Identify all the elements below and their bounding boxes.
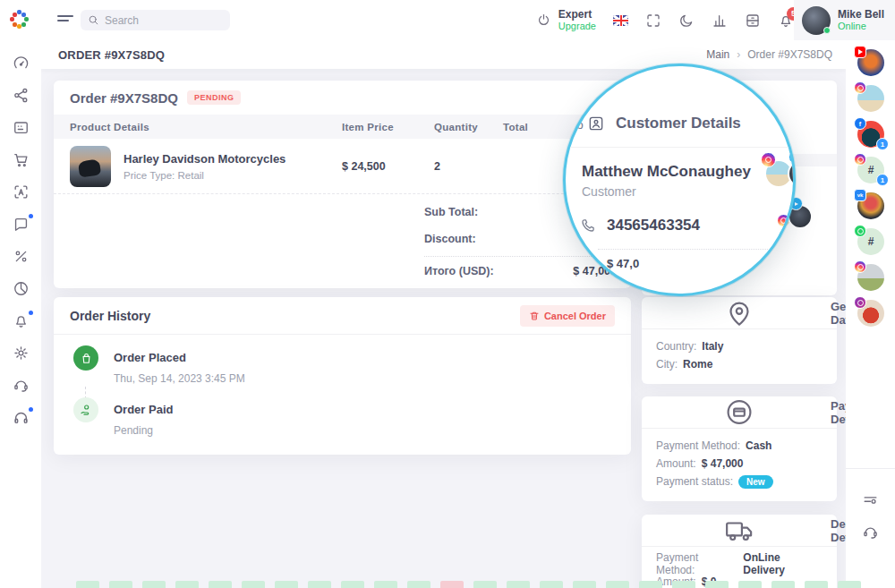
customer-phone: 34565463354 [607, 217, 700, 234]
online-dot [823, 27, 831, 34]
order-card: Order #9X7S8DQ PENDING Product Details I… [54, 81, 631, 288]
order-paid-icon [73, 397, 98, 422]
city-value: Rome [683, 358, 712, 371]
sidebar-item-orders[interactable] [13, 151, 30, 168]
divider [566, 147, 793, 148]
delivery-method-label: Payment Method: [656, 551, 737, 576]
dark-mode-moon-icon[interactable] [678, 13, 695, 29]
history-event: Order Paid Pending [73, 397, 173, 437]
language-flag-icon[interactable] [613, 15, 628, 26]
payment-status-label: Payment status: [656, 475, 733, 488]
order-history-title: Order History [70, 309, 150, 323]
order-history-card: Order History Cancel Order Order Placed … [54, 297, 631, 455]
col-product: Product Details [54, 122, 342, 132]
youtube-badge-icon [854, 46, 866, 58]
event-meta: Pending [114, 424, 173, 437]
amount-label: Amount: [656, 457, 696, 470]
subtotal-label: Sub Total: [424, 206, 478, 218]
breadcrumb: Main › Order #9X7S8DQ [706, 48, 832, 61]
sidebar-item-support[interactable] [13, 377, 30, 394]
instagram-badge-icon [854, 296, 866, 309]
chat-icon [13, 216, 30, 233]
global-search[interactable] [81, 10, 230, 30]
delivery-details-card: Delivery Details Payment Method:OnLine D… [642, 515, 837, 588]
archive-icon[interactable] [745, 13, 761, 29]
gear-icon [13, 345, 30, 362]
payment-details-card: Payment Details Payment Method:Cash Amou… [642, 396, 837, 501]
sidebar-item-notifications[interactable] [13, 312, 30, 329]
sidebar-item-discounts[interactable] [13, 248, 30, 265]
contact-avatar[interactable]: # 1 [857, 157, 884, 183]
plan-name: Expert [558, 9, 596, 21]
headset-mic-icon [13, 377, 30, 394]
fullscreen-icon[interactable] [645, 13, 661, 29]
contact-avatar[interactable] [857, 300, 884, 327]
bell-icon [13, 312, 30, 329]
pie-chart-icon [13, 280, 30, 297]
sidebar-item-chats[interactable] [13, 216, 30, 233]
app-logo-icon[interactable] [10, 10, 30, 30]
contact-avatar[interactable] [857, 49, 884, 76]
city-label: City: [656, 358, 678, 371]
sidebar-item-catalog[interactable] [13, 119, 30, 136]
country-label: Country: [656, 340, 696, 353]
col-item-price: Item Price [342, 122, 413, 132]
support-headset-icon[interactable] [862, 524, 879, 541]
contact-avatar[interactable] [857, 85, 884, 112]
magnified-social-avatars [764, 159, 796, 192]
user-menu[interactable]: Mike Bell Online [794, 0, 895, 40]
magnifier-circle: To Customer Details Matthew McConaughey … [563, 64, 796, 296]
page-title: ORDER #9X7S8DQ [58, 48, 165, 62]
sidebar-item-reports[interactable] [13, 280, 30, 297]
contact-avatar[interactable] [857, 264, 884, 291]
chat-filter-settings-icon[interactable] [862, 492, 879, 509]
instagram-badge-icon [761, 152, 776, 167]
order-table-header: Product Details Item Price Quantity Tota… [54, 115, 631, 139]
order-placed-icon [73, 345, 98, 371]
country-value: Italy [702, 340, 723, 353]
unread-count-badge: 1 [876, 138, 889, 150]
plan-upgrade[interactable]: Expert Upgrade [536, 9, 596, 32]
contact-avatar[interactable]: # [857, 228, 884, 255]
scan-text-icon [13, 183, 30, 200]
search-icon [88, 14, 99, 26]
magnified-customer-title: Customer Details [616, 115, 741, 132]
search-input[interactable] [105, 14, 212, 27]
dotted-divider [598, 249, 793, 250]
unread-dot [29, 214, 33, 218]
analytics-chart-icon[interactable] [712, 13, 728, 29]
share-icon [13, 87, 30, 104]
contact-avatar[interactable]: f 1 [857, 121, 884, 148]
notifications-bell[interactable]: 5 [778, 13, 794, 29]
left-sidebar [0, 40, 41, 588]
contact-avatar[interactable]: vk [857, 192, 884, 219]
percent-icon [13, 248, 30, 265]
geo-data-card: Geo Data Country:Italy City:Rome [642, 297, 837, 384]
sidebar-item-dashboard[interactable] [13, 55, 30, 72]
sidebar-item-settings[interactable] [13, 345, 30, 362]
totals-divider [424, 256, 617, 257]
top-header: Expert Upgrade 5 Mike Bell Online [0, 0, 895, 40]
facebook-badge-icon: f [854, 117, 866, 130]
sidebar-item-helpdesk[interactable] [13, 409, 30, 426]
breadcrumb-root[interactable]: Main [706, 48, 729, 61]
menu-toggle-icon[interactable] [57, 13, 73, 27]
item-qty-value: 2 [413, 160, 503, 173]
user-status: Online [838, 21, 884, 32]
gauge-icon [13, 55, 30, 72]
power-icon [536, 13, 551, 28]
vk-badge-icon: vk [854, 189, 866, 201]
user-name: Mike Bell [838, 8, 884, 21]
cancel-order-button[interactable]: Cancel Order [520, 305, 615, 327]
sidebar-item-recognition[interactable] [13, 183, 30, 200]
product-name: Harley Davidson Motorcycles [124, 152, 286, 166]
history-event: Order Placed Thu, Sep 14, 2023 3:45 PM [73, 345, 245, 385]
sidebar-item-share[interactable] [13, 87, 30, 104]
item-price-value: $ 24,500 [342, 160, 413, 173]
breadcrumb-current: Order #9X7S8DQ [747, 48, 832, 61]
grand-total-row: Итого (USD): $ 47,000 [424, 265, 617, 277]
order-title: Order #9X7S8DQ [70, 90, 178, 106]
unread-dot [29, 311, 33, 315]
col-quantity: Quantity [413, 122, 503, 132]
payment-status-badge: New [738, 475, 773, 489]
